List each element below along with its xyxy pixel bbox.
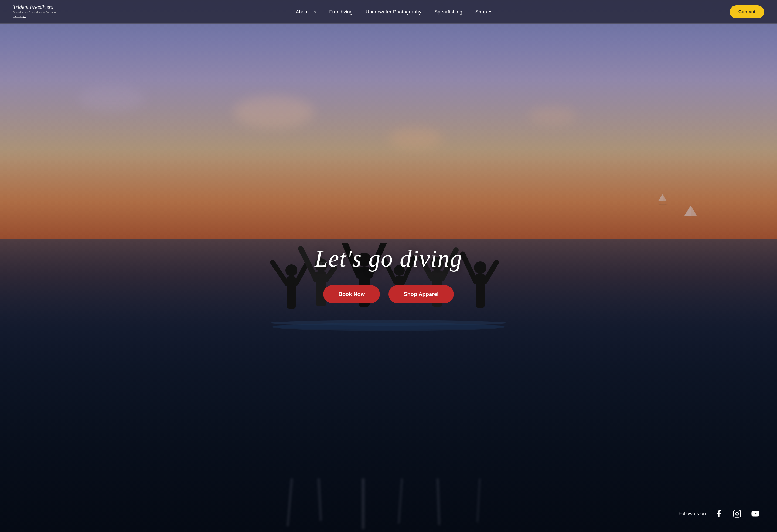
logo-name: Trident Freedivers — [13, 4, 53, 10]
svg-marker-7 — [691, 206, 697, 216]
youtube-icon[interactable] — [750, 508, 761, 519]
svg-rect-42 — [287, 478, 293, 527]
instagram-icon[interactable] — [732, 508, 743, 519]
logo-subtitle: Spearfishing Specialists in Barbados — [13, 11, 57, 13]
svg-marker-1 — [23, 16, 27, 18]
logo: Trident Freedivers Spearfishing Speciali… — [13, 4, 57, 20]
follow-text: Follow us on — [678, 511, 706, 517]
svg-rect-45 — [398, 478, 403, 524]
main-nav: Trident Freedivers Spearfishing Speciali… — [0, 0, 777, 24]
svg-rect-48 — [734, 510, 741, 517]
hero-section: Let's go diving Book Now Shop Apparel Fo… — [0, 0, 777, 532]
svg-rect-15 — [287, 276, 296, 309]
follow-bar: Follow us on — [678, 508, 761, 519]
water-reflections — [267, 478, 510, 532]
sailboat-right2 — [658, 192, 668, 206]
sailboat-right — [683, 202, 699, 224]
hero-content: Let's go diving Book Now Shop Apparel — [315, 245, 462, 303]
contact-button[interactable]: Contact — [730, 5, 764, 18]
svg-rect-46 — [436, 478, 441, 525]
hero-title: Let's go diving — [315, 245, 462, 272]
nav-links: About Us Freediving Underwater Photograp… — [296, 9, 491, 15]
hero-buttons: Book Now Shop Apparel — [323, 285, 453, 303]
svg-rect-44 — [361, 478, 365, 529]
facebook-icon[interactable] — [713, 508, 724, 519]
svg-line-16 — [272, 262, 287, 284]
logo-icon — [13, 15, 26, 20]
svg-point-50 — [739, 511, 740, 512]
svg-point-41 — [272, 323, 505, 330]
shop-apparel-button[interactable]: Shop Apparel — [388, 285, 453, 303]
svg-marker-6 — [684, 205, 691, 216]
shop-dropdown-icon — [488, 11, 491, 13]
svg-rect-47 — [476, 478, 481, 523]
clouds — [0, 53, 777, 266]
svg-marker-11 — [663, 195, 666, 201]
nav-freediving[interactable]: Freediving — [329, 9, 353, 15]
svg-point-14 — [286, 264, 297, 276]
nav-underwater-photography[interactable]: Underwater Photography — [365, 9, 421, 15]
nav-border — [0, 23, 777, 24]
svg-rect-43 — [317, 478, 322, 521]
svg-point-49 — [736, 512, 739, 515]
book-now-button[interactable]: Book Now — [323, 285, 380, 303]
svg-line-17 — [296, 265, 306, 284]
svg-point-36 — [474, 261, 486, 274]
nav-shop[interactable]: Shop — [475, 9, 491, 15]
svg-line-39 — [485, 262, 496, 282]
svg-line-38 — [463, 254, 476, 282]
nav-spearfishing[interactable]: Spearfishing — [434, 9, 462, 15]
nav-about[interactable]: About Us — [296, 9, 316, 15]
svg-marker-10 — [658, 193, 663, 201]
